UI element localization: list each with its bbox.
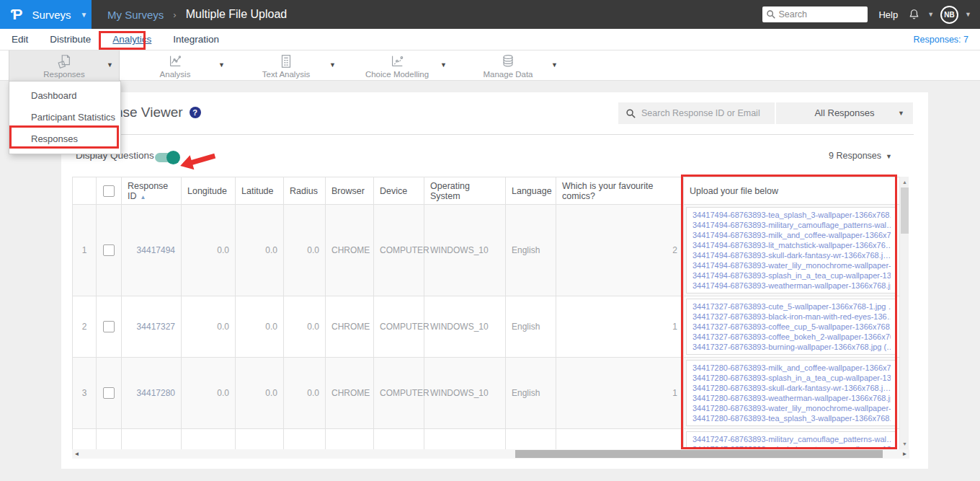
file-link[interactable]: 34417494-68763893-splash_in_a_tea_cup-wa… [692, 270, 891, 281]
cell-response-id[interactable]: 34417327 [122, 296, 182, 358]
toolbar-text-analysis-button[interactable]: Text Analysis [231, 50, 342, 81]
search-icon [766, 9, 776, 19]
cell-response-id[interactable]: 34417280 [122, 358, 182, 429]
file-link[interactable]: 34417280-68763893-tea_splash_3-wallpaper… [692, 413, 891, 423]
scroll-left-icon[interactable] [72, 449, 81, 459]
product-name[interactable]: Surveys [32, 9, 71, 21]
help-link[interactable]: Help [878, 9, 898, 20]
chevron-down-icon[interactable] [551, 61, 558, 69]
file-link[interactable]: 34417327-68763893-burning-wallpaper-1366… [692, 342, 891, 352]
select-all-checkbox[interactable] [103, 185, 115, 197]
horizontal-scrollbar-thumb[interactable] [515, 450, 883, 458]
breadcrumb-survey-name: Multiple File Upload [186, 8, 288, 21]
menu-item-responses[interactable]: Responses [9, 128, 120, 150]
text-analysis-icon [278, 53, 294, 69]
file-link[interactable]: 34417280-68763893-water_lily_monochrome-… [692, 403, 891, 413]
all-responses-dropdown[interactable]: All Responses [776, 102, 913, 124]
responses-count[interactable]: Responses: 7 [914, 35, 968, 45]
file-link[interactable]: 34417280-68763893-splash_in_a_tea_cup-wa… [692, 373, 891, 383]
file-link[interactable]: 34417280-68763893-skull-dark-fantasy-wr-… [692, 383, 891, 393]
avatar[interactable]: NB [940, 6, 958, 24]
toolbar-manage-data-button[interactable]: Manage Data [453, 50, 564, 81]
cell-response-id[interactable]: 34417494 [122, 205, 182, 296]
file-link[interactable]: 34417327-68763893-black-iron-man-with-re… [692, 312, 891, 322]
header-radius[interactable]: Radius [284, 177, 326, 205]
header-longitude[interactable]: Longitude [182, 177, 236, 205]
toolbar-analysis-button[interactable]: Analysis [120, 50, 231, 81]
header-upload-question[interactable]: Upload your file below [684, 177, 900, 205]
table-row: 2 34417327 0.0 0.0 0.0 CHROME COMPUTER W… [73, 296, 900, 358]
file-link[interactable]: 34417247-68763893-splash_in_a_tea_cup-wa… [692, 444, 891, 449]
cell-latitude: 0.0 [236, 296, 284, 358]
chevron-down-icon[interactable] [927, 11, 934, 18]
chevron-down-icon [81, 11, 88, 19]
cell-language: English [506, 358, 556, 429]
file-link[interactable]: 34417494-68763893-weatherman-wallpaper-1… [692, 281, 891, 291]
response-search[interactable] [618, 102, 775, 124]
table-header-row: Response ID Longitude Latitude Radius Br… [73, 177, 900, 205]
chevron-down-icon[interactable] [965, 11, 971, 18]
row-checkbox[interactable] [103, 244, 115, 256]
response-search-input[interactable] [618, 102, 775, 124]
menu-item-dashboard[interactable]: Dashboard [9, 85, 120, 107]
file-link[interactable]: 34417327-68763893-cute_5-wallpaper-1366x… [692, 301, 891, 312]
file-link[interactable]: 34417280-68763893-weatherman-wallpaper-1… [692, 393, 891, 403]
chevron-down-icon[interactable] [107, 61, 113, 69]
global-search[interactable] [762, 6, 868, 22]
cell-language [506, 429, 556, 450]
file-link[interactable]: 34417494-68763893-tea_splash_3-wallpaper… [692, 210, 891, 220]
chevron-down-icon[interactable] [218, 61, 225, 69]
responses-count-dropdown[interactable]: 9 Responses [829, 151, 892, 161]
tab-integration[interactable]: Integration [173, 34, 219, 45]
tab-distribute[interactable]: Distribute [50, 34, 91, 45]
chevron-down-icon[interactable] [329, 61, 336, 69]
cell-longitude: 0.0 [182, 205, 236, 296]
header-response-id[interactable]: Response ID [122, 177, 182, 205]
header-os[interactable]: Operating System [424, 177, 506, 205]
display-questions-toggle[interactable] [155, 153, 178, 162]
file-link[interactable]: 34417494-68763893-water_lily_monochrome-… [692, 260, 891, 270]
scroll-right-icon[interactable] [900, 449, 909, 459]
survey-tab-nav: Edit Distribute Analytics Integration Re… [0, 29, 980, 50]
divider [76, 134, 914, 135]
row-checkbox[interactable] [103, 321, 115, 332]
scroll-up-icon[interactable] [900, 177, 909, 187]
tab-analytics[interactable]: Analytics [112, 34, 151, 45]
file-link[interactable]: 34417494-68763893-lit_matchstick-wallpap… [692, 240, 891, 250]
questionpro-logo-icon [11, 6, 22, 23]
file-link[interactable]: 34417327-68763893-coffee_cup_5-wallpaper… [692, 322, 891, 332]
toolbar-responses-button[interactable]: Responses [9, 50, 120, 81]
global-search-input[interactable] [762, 6, 868, 22]
file-link[interactable]: 34417247-68763893-military_camouflage_pa… [692, 434, 891, 444]
menu-item-participant-statistics[interactable]: Participant Statistics [9, 107, 120, 128]
file-link[interactable]: 34417494-68763893-milk_and_coffee-wallpa… [692, 230, 891, 240]
help-circle-icon[interactable] [190, 107, 201, 118]
header-comics-question[interactable]: Which is your favourite comics? [556, 177, 684, 205]
surveys-menu[interactable]: Surveys [0, 0, 92, 29]
cell-radius: 0.0 [284, 205, 326, 296]
tab-edit[interactable]: Edit [12, 34, 28, 45]
file-link[interactable]: 34417494-68763893-military_camouflage_pa… [692, 220, 891, 230]
header-language[interactable]: Language [506, 177, 556, 205]
vertical-scrollbar-thumb[interactable] [901, 187, 909, 234]
cell-latitude: 0.0 [236, 358, 284, 429]
row-checkbox[interactable] [103, 387, 115, 399]
breadcrumb-my-surveys[interactable]: My Surveys [107, 9, 164, 21]
scroll-down-icon[interactable] [900, 439, 909, 449]
vertical-scrollbar[interactable] [899, 177, 909, 449]
header-browser[interactable]: Browser [326, 177, 374, 205]
analysis-icon [167, 53, 183, 69]
horizontal-scrollbar[interactable] [72, 449, 909, 459]
chevron-down-icon[interactable] [440, 61, 447, 69]
topbar: Surveys My Surveys Multiple File Upload … [0, 0, 980, 29]
cell-os: WINDOWS_10 [424, 296, 506, 358]
file-link[interactable]: 34417280-68763893-milk_and_coffee-wallpa… [692, 363, 891, 373]
toolbar-choice-modelling-button[interactable]: Choice Modelling [342, 50, 453, 81]
header-device[interactable]: Device [374, 177, 424, 205]
table-row: 34417247-68763893-military_camouflage_pa… [73, 429, 900, 450]
cell-device: COMPUTER [374, 205, 424, 296]
header-latitude[interactable]: Latitude [236, 177, 284, 205]
file-link[interactable]: 34417327-68763893-coffee_bokeh_2-wallpap… [692, 332, 891, 342]
file-link[interactable]: 34417494-68763893-skull-dark-fantasy-wr-… [692, 250, 891, 260]
notifications-bell-icon[interactable] [907, 8, 921, 22]
